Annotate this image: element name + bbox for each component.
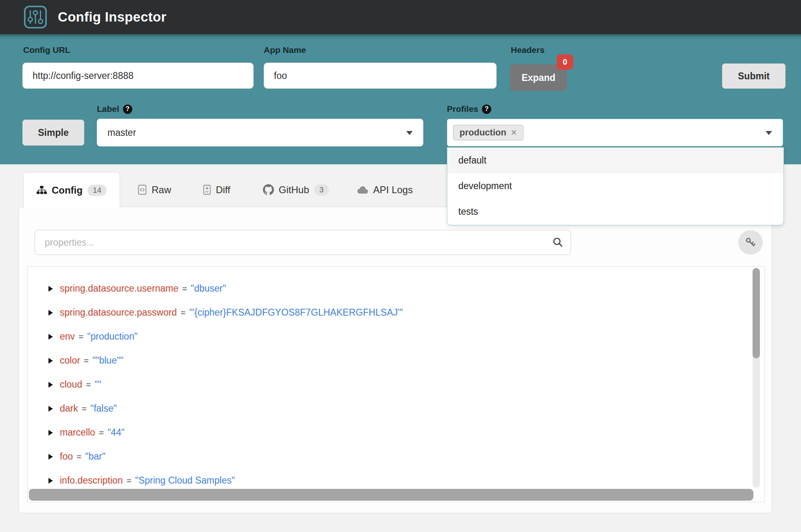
label-help-icon[interactable]: ? [123,105,132,114]
property-key: info.description [60,475,123,486]
equals-sign: = [99,428,104,438]
triangle-right-icon[interactable] [48,382,53,388]
app-name-input[interactable] [264,63,497,89]
property-value: "bar" [85,451,105,462]
tab-config[interactable]: Config 14 [23,172,120,208]
triangle-right-icon[interactable] [48,286,53,292]
tab-diff[interactable]: Diff [193,172,240,207]
equals-sign: = [181,308,186,318]
triangle-right-icon[interactable] [48,406,53,412]
property-row[interactable]: color = ""blue"" [28,349,764,373]
triangle-right-icon[interactable] [48,478,53,484]
profile-tag-label: production [460,127,506,138]
search-input[interactable] [35,230,571,255]
tab-api-logs[interactable]: API Logs [347,172,422,207]
app-logo-sliders-icon [24,5,47,29]
property-row[interactable]: marcello = "44" [28,421,764,445]
property-key: foo [60,451,73,462]
config-panel: spring.datasource.username = "dbuser" sp… [18,207,772,513]
horizontal-scrollbar-thumb[interactable] [29,489,753,501]
tab-config-badge: 14 [88,185,107,196]
profiles-multiselect[interactable]: production ✕ [447,119,783,146]
tab-bar: Config 14 Raw Diff GitHub 3 [23,172,471,207]
config-url-input[interactable] [22,63,254,89]
property-key: spring.datasource.password [60,307,177,318]
profile-tag-production: production ✕ [453,125,523,140]
config-url-label: Config URL [23,45,70,55]
property-row[interactable]: cloud = "" [28,373,764,397]
equals-sign: = [182,284,187,294]
chevron-down-icon [406,131,413,135]
profiles-dropdown: default development tests [447,147,784,225]
sitemap-icon [37,186,47,194]
key-icon [745,237,756,248]
label-selected-value: master [107,127,136,138]
request-form: Config URL App Name Headers 0 Expand Sub… [0,34,801,164]
chevron-down-icon [766,131,772,135]
decrypt-key-button[interactable] [738,230,763,255]
property-list: spring.datasource.username = "dbuser" sp… [27,266,765,502]
app-name-label: App Name [264,45,306,55]
app-header: Config Inspector [0,0,801,34]
submit-button[interactable]: Submit [722,63,786,89]
property-value: ""blue"" [92,355,123,366]
tab-github-label: GitHub [279,184,309,196]
property-value: "" [94,379,101,390]
tab-raw-label: Raw [151,184,171,196]
tab-github[interactable]: GitHub 3 [255,172,337,207]
cloud-icon [356,185,368,194]
tab-api-logs-label: API Logs [373,184,413,196]
equals-sign: = [127,476,131,486]
property-row[interactable]: dark = "false" [28,397,764,421]
vertical-scrollbar-thumb[interactable] [753,268,760,358]
profiles-field-label: Profiles ? [447,104,491,114]
page-title: Config Inspector [58,9,166,25]
search-icon[interactable] [552,237,563,249]
equals-sign: = [77,452,81,462]
profiles-help-icon[interactable]: ? [482,105,491,114]
triangle-right-icon[interactable] [48,430,53,436]
label-select[interactable]: master [97,119,423,146]
file-diff-icon [203,185,211,195]
property-value: "Spring Cloud Samples" [135,475,235,486]
profiles-option-tests[interactable]: tests [447,199,783,225]
equals-sign: = [79,332,83,342]
property-key: cloud [60,379,82,390]
simple-mode-button[interactable]: Simple [22,120,84,146]
property-value: "false" [90,403,117,414]
triangle-right-icon[interactable] [48,358,53,364]
file-code-icon [138,185,147,195]
profiles-option-default[interactable]: default [447,148,783,173]
triangle-right-icon[interactable] [48,454,53,460]
property-key: color [60,355,80,366]
label-field-label: Label ? [97,104,132,114]
property-row[interactable]: spring.datasource.username = "dbuser" [28,277,764,301]
triangle-right-icon[interactable] [48,334,53,340]
profiles-option-development[interactable]: development [447,173,783,199]
tab-github-badge: 3 [314,184,329,196]
property-key: spring.datasource.username [60,283,179,294]
tab-raw[interactable]: Raw [128,172,181,207]
equals-sign: = [82,404,87,414]
property-value: "dbuser" [191,283,226,294]
github-icon [263,184,274,195]
property-key: dark [60,403,78,414]
equals-sign: = [84,356,89,366]
remove-tag-icon[interactable]: ✕ [511,129,517,136]
equals-sign: = [86,380,91,390]
property-search [35,230,571,255]
property-value: "'{cipher}FKSAJDFGYOS8F7GLHAKERGFHLSAJ'" [189,307,403,318]
triangle-right-icon[interactable] [48,310,53,316]
property-value: "44" [107,427,125,438]
tab-config-label: Config [52,185,83,196]
property-row[interactable]: spring.datasource.password = "'{cipher}F… [28,301,764,325]
property-key: marcello [60,427,95,438]
property-row[interactable]: foo = "bar" [28,445,764,469]
headers-count-badge: 0 [557,55,573,70]
tab-diff-label: Diff [216,184,230,196]
property-key: env [60,331,75,342]
property-row[interactable]: env = "production" [28,325,764,349]
property-rows: spring.datasource.username = "dbuser" sp… [28,267,764,493]
headers-label: Headers [511,45,545,55]
property-value: "production" [87,331,138,342]
